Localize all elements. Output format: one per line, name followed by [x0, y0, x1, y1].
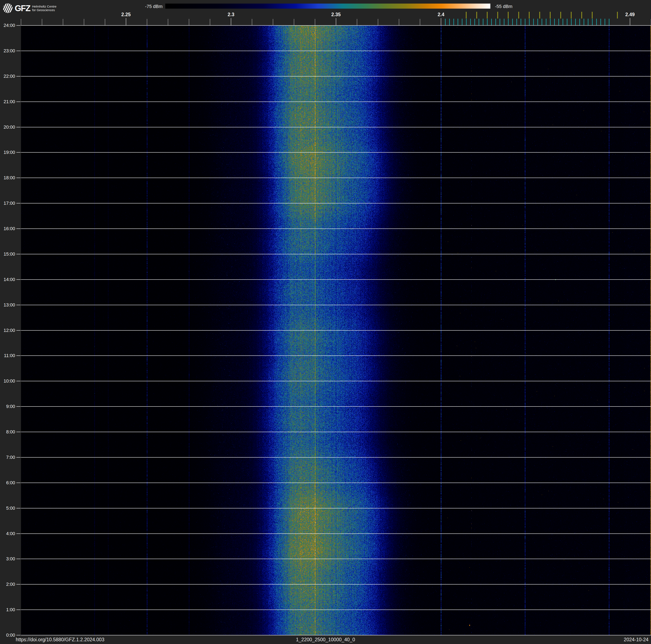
hour-label: 1:00: [0, 607, 15, 612]
hour-gridline: [21, 355, 651, 356]
hour-gridline: [21, 127, 651, 127]
wifi-channel-tick: [581, 12, 582, 19]
gfz-logo-icon: [3, 3, 12, 13]
freq-tick-label: 2.35: [327, 12, 345, 18]
hour-tick: [17, 508, 21, 508]
hour-gridline: [21, 482, 651, 483]
hour-gridline: [21, 279, 651, 280]
ble-channel-tick: [521, 19, 521, 25]
ble-channel-tick: [563, 19, 563, 25]
hour-label: 6:00: [0, 480, 15, 486]
hour-gridline: [21, 203, 651, 203]
freq-tick: [63, 19, 63, 25]
hour-label: 10:00: [0, 378, 15, 384]
hour-tick: [17, 101, 21, 102]
freq-tick: [399, 19, 399, 25]
hour-tick: [17, 610, 21, 610]
gfz-logo: GFZ Helmholtz Centre for Geosciences: [3, 3, 57, 13]
freq-tick: [357, 19, 357, 25]
ble-channel-tick: [466, 19, 467, 25]
hour-tick: [17, 584, 21, 585]
hour-gridline: [21, 178, 651, 178]
ble-channel-tick: [470, 19, 471, 25]
hour-label: 12:00: [0, 328, 15, 333]
freq-tick: [147, 19, 147, 25]
freq-tick-label: 2.4: [432, 12, 451, 18]
ble-channel-tick: [546, 19, 547, 25]
ble-channel-tick: [567, 19, 567, 25]
ble-channel-tick: [554, 19, 555, 25]
hour-label: 14:00: [0, 277, 15, 282]
gfz-logo-line2: for Geosciences: [32, 8, 57, 12]
ble-channel-tick: [491, 19, 492, 25]
gfz-logo-brand: GFZ: [15, 4, 30, 13]
wifi-channel-tick: [518, 12, 519, 19]
hour-gridline: [21, 254, 651, 254]
hour-label: 4:00: [0, 531, 15, 536]
freq-tick: [189, 19, 189, 25]
hour-label: 22:00: [0, 74, 15, 79]
gfz-logo-line1: Helmholtz Centre: [32, 5, 57, 8]
freq-tick: [21, 19, 21, 25]
freq-tick: [126, 18, 126, 25]
ble-channel-tick: [512, 19, 513, 25]
hour-tick: [17, 25, 21, 26]
hour-label: 23:00: [0, 48, 15, 54]
footer-date: 2024-10-24: [624, 637, 649, 643]
ble-channel-tick: [449, 19, 450, 25]
spectrogram-figure: GFZ Helmholtz Centre for Geosciences -75…: [0, 0, 651, 644]
hour-tick: [17, 76, 21, 77]
ble-channel-tick: [604, 19, 605, 25]
ble-channel-tick: [500, 19, 500, 25]
ble-channel-tick: [609, 19, 610, 25]
ble-channel-tick: [575, 19, 576, 25]
colorbar-gradient: [165, 4, 490, 9]
ble-channel-tick: [529, 19, 530, 25]
wifi-channel-tick: [497, 12, 498, 19]
hour-gridline: [21, 381, 651, 381]
freq-tick: [273, 19, 273, 25]
wifi-channel-tick: [529, 12, 530, 19]
ble-channel-tick: [550, 19, 551, 25]
wifi-channel-tick: [539, 12, 540, 19]
freq-tick: [420, 19, 420, 25]
hour-tick: [17, 482, 21, 483]
ble-channel-tick: [474, 19, 475, 25]
freq-tick: [168, 19, 168, 25]
freq-tick: [42, 19, 42, 25]
ble-channel-tick: [541, 19, 542, 25]
ble-channel-tick: [504, 19, 504, 25]
ble-channel-tick: [462, 19, 462, 25]
hour-tick: [17, 330, 21, 331]
hour-gridline: [21, 610, 651, 610]
hour-label: 5:00: [0, 505, 15, 511]
freq-tick-label: 2.25: [117, 12, 135, 18]
hour-label: 24:00: [0, 23, 15, 28]
ble-channel-tick: [588, 19, 588, 25]
wifi-channel-tick: [550, 12, 551, 19]
hour-gridline: [21, 432, 651, 432]
freq-tick: [105, 19, 105, 25]
hour-gridline: [21, 508, 651, 508]
hour-tick: [17, 229, 21, 229]
freq-tick: [336, 18, 336, 25]
ble-channel-tick: [483, 19, 484, 25]
ble-channel-tick: [458, 19, 458, 25]
freq-tick-label: 2.49: [621, 12, 640, 18]
hour-tick: [17, 51, 21, 51]
freq-tick: [315, 19, 315, 25]
hour-label: 3:00: [0, 556, 15, 562]
hour-gridline: [21, 25, 651, 26]
hour-gridline: [21, 305, 651, 305]
hour-gridline: [21, 51, 651, 51]
wifi-channel-tick: [508, 12, 508, 19]
ble-channel-tick: [537, 19, 538, 25]
freq-tick: [441, 18, 441, 25]
hour-tick: [17, 432, 21, 432]
hour-tick: [17, 305, 21, 305]
hour-gridline: [21, 101, 651, 102]
hour-gridline: [21, 635, 651, 635]
ble-channel-tick: [487, 19, 488, 25]
hour-gridline: [21, 457, 651, 458]
wifi-channel-tick: [466, 12, 467, 19]
